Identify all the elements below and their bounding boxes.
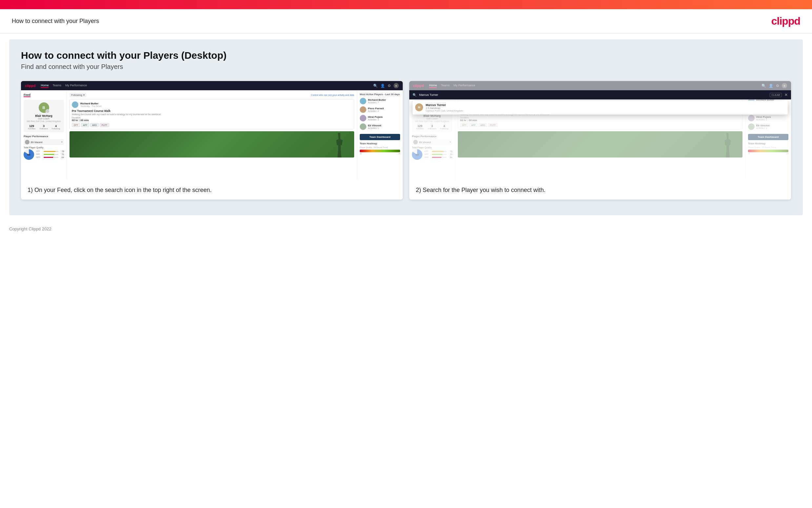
following-button[interactable]: Following ▾	[69, 93, 86, 97]
search-bar: 🔍 Marcus Turner CLEAR ✕	[409, 90, 791, 99]
settings-icon-nav[interactable]: ⚙	[388, 84, 391, 88]
step-2-description: 2) Search for the Player you wish to con…	[409, 179, 791, 200]
search-input[interactable]: Marcus Turner	[419, 93, 767, 96]
score-circle: 84	[23, 149, 34, 160]
search-icon-nav-2[interactable]: 🔍	[762, 84, 766, 88]
search-result-avatar: M	[415, 103, 423, 111]
player-avatar-hiral	[360, 115, 366, 121]
page-title: How to connect with your Players	[12, 18, 99, 25]
profile-name: Blair McHarg	[26, 114, 61, 118]
search-icon-active: 🔍	[413, 93, 417, 97]
golfer-silhouette	[331, 133, 348, 158]
middle-feed: Following ▾ Control who can see your act…	[67, 90, 357, 179]
player-select-name: Eli Vincent	[31, 141, 60, 144]
feed-tab[interactable]: Feed	[23, 93, 31, 97]
player-perf-title-2: Player Performance	[412, 135, 452, 138]
copyright: Copyright Clippd 2022	[9, 226, 51, 231]
app-navbar-2: clippd Home Teams My Performance 🔍 👤 ⚙ B	[409, 81, 791, 90]
player-name-piers: Piers Parnell	[368, 107, 384, 110]
avatar-nav-2[interactable]: B	[782, 83, 787, 88]
app-logo-1: clippd	[25, 84, 36, 88]
heatmap-labels: -5 +5	[360, 153, 400, 155]
right-panel-1: Most Active Players - Last 30 days Richa…	[357, 90, 403, 179]
clear-search-button[interactable]: CLEAR	[770, 93, 782, 97]
team-heatmap-sub: Player Quality · 20 Round Trend	[360, 146, 400, 148]
search-result-name: Marcus Turner	[426, 103, 463, 107]
quality-label: Total Player Quality	[23, 146, 64, 149]
nav-home-2[interactable]: Home	[429, 84, 437, 88]
team-dashboard-button[interactable]: Team Dashboard	[360, 134, 400, 140]
following-label: Following	[71, 93, 82, 96]
stat-activities: 129 Activities	[26, 124, 37, 130]
people-icon-nav[interactable]: 👤	[380, 84, 385, 88]
left-panel-1: Feed B Blair McHarg Golf Coach Mill Ride…	[21, 90, 67, 179]
profile-club: Mill Ride Golf Club, United Kingdom	[26, 120, 61, 122]
duration-value: 02 hr : 00 min	[72, 119, 352, 122]
activity-person-name: Richard Butler	[80, 102, 102, 105]
avatar-nav[interactable]: B	[393, 83, 399, 88]
quality-bars: OTT79 APP70 ARG64	[36, 150, 64, 159]
main-content-area: How to connect with your Players (Deskto…	[9, 39, 803, 215]
activity-desc: Walking the course with my coach to buil…	[72, 113, 352, 116]
player-acts-hiral: Activities: 3	[368, 119, 382, 121]
tag-ott: OTT	[72, 123, 80, 127]
screenshots-row: clippd Home Teams My Performance 🔍 👤 ⚙ B	[21, 81, 791, 200]
control-link[interactable]: Control who can see your activity and da…	[311, 94, 354, 96]
close-search-button[interactable]: ✕	[784, 92, 788, 97]
search-result-club: Cypress Point Club, United Kingdom	[426, 110, 463, 112]
top-accent-bar	[0, 0, 812, 9]
activity-meta: Yesterday · The Grove	[80, 105, 102, 107]
player-acts-eli: Activities: 1	[368, 127, 381, 129]
duration-label: Duration	[72, 117, 352, 119]
player-acts-piers: Activities: 4	[368, 110, 384, 112]
clippd-logo: clippd	[771, 15, 800, 27]
search-result-dropdown[interactable]: M Marcus Turner 1·5 Handicap Cypress Poi…	[413, 101, 788, 115]
most-active-title: Most Active Players - Last 30 days	[360, 93, 400, 96]
profile-club-2: Mill Ride Golf Club, United Kingdom	[415, 120, 449, 122]
profile-role: Golf Coach	[26, 118, 61, 120]
chevron-down-icon: ▾	[61, 141, 63, 143]
settings-icon-nav-2[interactable]: ⚙	[776, 84, 779, 88]
player-perf-title: Player Performance	[23, 135, 64, 138]
following-bar: Following ▾ Control who can see your act…	[69, 93, 354, 97]
activity-image	[69, 131, 354, 158]
nav-my-performance[interactable]: My Performance	[65, 84, 87, 88]
heatmap-high: +5	[398, 153, 400, 155]
player-avatar-eli	[360, 123, 366, 130]
player-name-hiral: Hiral Pujara	[368, 116, 382, 119]
footer: Copyright Clippd 2022	[0, 221, 812, 237]
chevron-icon: ▾	[83, 93, 85, 96]
score-circle-2: 84	[412, 149, 422, 160]
player-name-richard: Richard Butler	[368, 98, 386, 101]
profile-card: B Blair McHarg Golf Coach Mill Ride Golf…	[23, 100, 64, 132]
profile-stats-2: 129Activities 3Followers 4Following	[415, 124, 449, 130]
people-icon-nav-2[interactable]: 👤	[769, 84, 773, 88]
nav-icons-1: 🔍 👤 ⚙ B	[373, 83, 399, 88]
main-title: How to connect with your Players (Deskto…	[21, 50, 791, 61]
nav-my-performance-2[interactable]: My Performance	[453, 84, 475, 88]
activity-card: Richard Butler Yesterday · The Grove Pre…	[69, 99, 354, 129]
list-item: Richard Butler Activities: 7	[360, 98, 400, 104]
nav-icons-2: 🔍 👤 ⚙ B	[762, 83, 787, 88]
nav-items-1: Home Teams My Performance	[41, 84, 368, 88]
app-mockup-2: clippd Home Teams My Performance 🔍 👤 ⚙ B	[409, 81, 791, 179]
search-icon-nav[interactable]: 🔍	[373, 84, 378, 88]
nav-teams-2[interactable]: Teams	[441, 84, 449, 88]
screenshot-2: clippd Home Teams My Performance 🔍 👤 ⚙ B	[409, 81, 791, 200]
list-item: Hiral Pujara Activities: 3	[360, 115, 400, 121]
tag-arg: ARG	[90, 123, 99, 127]
player-select-dropdown[interactable]: Eli Vincent ▾	[23, 139, 64, 145]
player-avatar-richard	[360, 98, 366, 104]
player-acts-richard: Activities: 7	[368, 101, 386, 104]
tag-app: APP	[81, 123, 89, 127]
player-performance-section: Player Performance Eli Vincent ▾ Total P…	[23, 135, 64, 160]
heatmap-low: -5	[360, 153, 362, 155]
player-name-eli: Eli Vincent	[368, 124, 381, 127]
team-heatmap-title: Team Heatmap	[360, 142, 400, 145]
nav-home[interactable]: Home	[41, 84, 49, 88]
nav-teams[interactable]: Teams	[52, 84, 61, 88]
app-content-1: Feed B Blair McHarg Golf Coach Mill Ride…	[21, 90, 403, 179]
tag-putt: PUTT	[100, 123, 109, 127]
activity-person-avatar	[72, 101, 78, 108]
player-select-avatar	[25, 140, 30, 144]
